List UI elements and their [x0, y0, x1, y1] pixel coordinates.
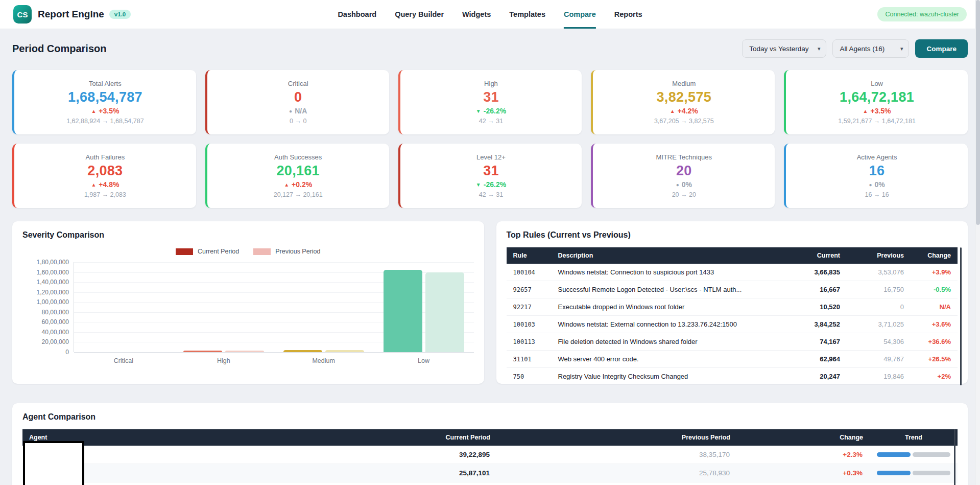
- agent-change: +0.3%: [737, 464, 870, 482]
- agent-current: 25,87,101: [436, 464, 497, 482]
- agent-trend: [870, 482, 958, 485]
- agent-trend: [870, 446, 958, 464]
- y-tick-label: 80,00,000: [42, 309, 69, 316]
- rule-description: Windows netstat: Connection to suspiciou…: [552, 264, 788, 281]
- metric-value: 3,82,575: [657, 90, 712, 104]
- agent-current: 39,22,895: [436, 446, 497, 464]
- trend-bar-current: [877, 471, 911, 475]
- table-row: 750 Registry Value Integrity Checksum Ch…: [507, 368, 958, 385]
- rule-previous: 49,767: [847, 351, 911, 368]
- current-bar-low: [384, 270, 422, 352]
- x-tick-label: Low: [374, 357, 474, 364]
- trend-bar-remainder: [913, 452, 950, 457]
- metric-range: 16 → 16: [865, 191, 889, 198]
- metric-value: 0: [294, 90, 302, 104]
- rule-description: File deletion detected in Windows shared…: [552, 333, 788, 351]
- trend-bar-remainder: [913, 471, 950, 475]
- table-row: 100104 Windows netstat: Connection to su…: [507, 264, 958, 281]
- agent-change: -0.3%: [737, 482, 870, 485]
- compare-button[interactable]: Compare: [915, 39, 968, 58]
- trend-direction-icon: ●: [676, 182, 679, 188]
- page-title: Period Comparison: [12, 43, 106, 55]
- metric-value: 1,68,54,787: [68, 90, 142, 104]
- x-tick-label: High: [174, 357, 274, 364]
- metric-range: 20 → 20: [672, 191, 696, 198]
- table-row: 92657 Successful Remote Logon Detected -…: [507, 281, 958, 298]
- top-rules-title: Top Rules (Current vs Previous): [507, 230, 958, 240]
- top-rules-panel: Top Rules (Current vs Previous) Rule Des…: [496, 221, 968, 384]
- nav-dashboard[interactable]: Dashboard: [338, 0, 376, 29]
- agent-name: [22, 446, 436, 464]
- col-current-period: Current Period: [436, 429, 497, 446]
- severity-chart-plot: [74, 262, 474, 352]
- gridline: [74, 352, 474, 353]
- current-bar-high: [183, 351, 222, 352]
- metric-change: ●0%: [676, 180, 692, 189]
- metric-change: ▼-26.2%: [476, 107, 506, 115]
- y-tick-label: 0: [65, 349, 69, 356]
- metric-change: ▲+0.2%: [284, 180, 312, 189]
- nav-templates[interactable]: Templates: [509, 0, 545, 29]
- col-rule: Rule: [507, 247, 552, 264]
- rules-table-scrollbar[interactable]: [960, 247, 962, 385]
- period-select-value: Today vs Yesterday: [749, 45, 808, 53]
- rule-current: 74,167: [788, 333, 847, 351]
- rule-previous: 3,71,025: [847, 316, 911, 333]
- rule-previous: 16,750: [847, 281, 911, 298]
- metric-label: MITRE Techniques: [656, 153, 712, 161]
- trend-direction-icon: ●: [289, 108, 292, 114]
- metric-range: 0 → 0: [290, 118, 306, 125]
- charts-row: Severity Comparison Current PeriodPrevio…: [12, 221, 968, 384]
- y-tick-label: 40,00,000: [42, 329, 69, 336]
- metric-range: 20,127 → 20,161: [274, 191, 323, 198]
- trend-direction-icon: ▲: [91, 182, 96, 188]
- rule-current: 62,964: [788, 351, 847, 368]
- agent-name: [22, 482, 436, 485]
- rule-change: -0.5%: [911, 281, 958, 298]
- col-trend: Trend: [870, 429, 958, 446]
- page-scrollbar-thumb[interactable]: [976, 0, 980, 225]
- metric-range: 1,987 → 2,083: [84, 191, 126, 198]
- main-nav: Dashboard Query Builder Widgets Template…: [338, 0, 642, 29]
- metric-label: Auth Failures: [86, 153, 125, 161]
- agent-name: [22, 464, 436, 482]
- chart-y-axis: 1,80,00,0001,60,00,0001,40,00,0001,20,00…: [22, 262, 74, 352]
- y-tick-label: 1,80,00,000: [37, 259, 69, 266]
- top-rules-body: 100104 Windows netstat: Connection to su…: [507, 264, 958, 385]
- legend-item: Current Period: [176, 248, 239, 255]
- page-scrollbar[interactable]: [975, 0, 980, 485]
- agent-table-scrollbar[interactable]: [954, 429, 955, 485]
- col-agent-change: Change: [737, 429, 870, 446]
- nav-widgets[interactable]: Widgets: [462, 0, 491, 29]
- nav-query-builder[interactable]: Query Builder: [395, 0, 444, 29]
- metric-card: Auth Failures 2,083 ▲+4.8% 1,987 → 2,083: [12, 144, 196, 208]
- rule-id: 100104: [507, 264, 552, 281]
- rule-description: Windows netstat: External connection to …: [552, 316, 788, 333]
- metric-change: ●N/A: [289, 107, 307, 115]
- trend-direction-icon: ▲: [863, 108, 868, 114]
- trend-direction-icon: ▲: [91, 108, 96, 114]
- main-content: Period Comparison Today vs Yesterday ▾ A…: [0, 29, 980, 485]
- nav-compare[interactable]: Compare: [564, 0, 596, 29]
- agents-select[interactable]: All Agents (16) ▾: [832, 39, 909, 58]
- chart-x-axis: CriticalHighMediumLow: [74, 357, 474, 364]
- legend-item: Previous Period: [253, 248, 320, 255]
- period-select[interactable]: Today vs Yesterday ▾: [742, 39, 826, 58]
- agent-comparison-panel: Agent Comparison Agent Current Period Pr…: [12, 403, 968, 485]
- chart-legend: Current PeriodPrevious Period: [22, 248, 474, 255]
- nav-reports[interactable]: Reports: [614, 0, 642, 29]
- metric-card: Medium 3,82,575 ▲+4.2% 3,67,205 → 3,82,5…: [591, 70, 775, 134]
- rule-id: 92657: [507, 281, 552, 298]
- previous-bar-medium: [325, 350, 364, 352]
- trend-direction-icon: ●: [869, 182, 872, 188]
- col-description: Description: [552, 247, 788, 264]
- rule-id: 100103: [507, 316, 552, 333]
- metric-range: 3,67,205 → 3,82,575: [654, 118, 714, 125]
- rule-previous: 19,846: [847, 368, 911, 385]
- app-header: CS Report Engine v1.0 Dashboard Query Bu…: [0, 0, 980, 29]
- metric-label: Medium: [672, 80, 696, 87]
- connection-status-badge: Connected: wazuh-cluster: [877, 7, 967, 21]
- legend-swatch-icon: [176, 248, 193, 255]
- agent-previous: 25,78,930: [497, 464, 737, 482]
- x-tick-label: Medium: [274, 357, 374, 364]
